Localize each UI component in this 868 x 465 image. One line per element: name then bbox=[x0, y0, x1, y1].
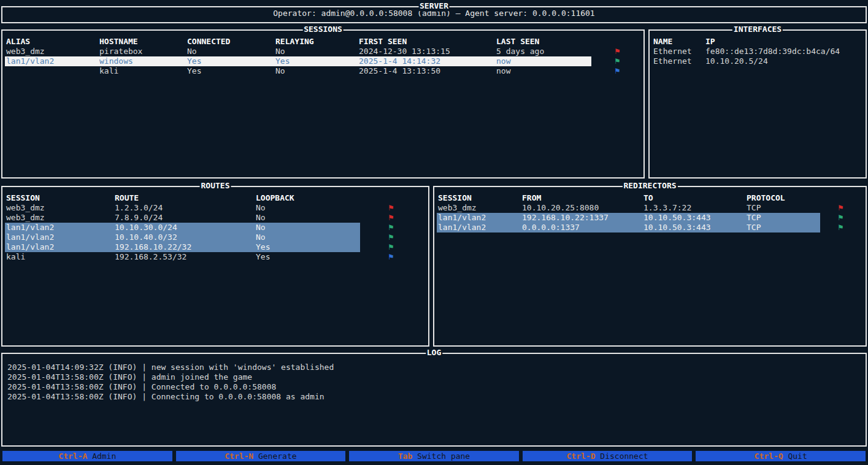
hotkey-quit-button[interactable]: Ctrl-Q Quit bbox=[696, 451, 866, 461]
sessions-relaying-cell: No bbox=[274, 47, 358, 56]
routes-column-header: ROUTE bbox=[113, 193, 255, 203]
route-row-cells: web3_dmz1.2.3.0/24No bbox=[5, 203, 360, 213]
routes-session-cell: web3_dmz bbox=[5, 213, 113, 223]
redirectors-column-header: PROTOCOL bbox=[745, 193, 820, 203]
blue-flag-icon: ⚑ bbox=[388, 252, 426, 262]
app-root: SERVER Operator: admin@0.0.0.0:58008 (ad… bbox=[1, 6, 867, 461]
sessions-hostname-cell: kali bbox=[98, 66, 186, 76]
routes-column-header: SESSION bbox=[5, 193, 113, 203]
routes-route-cell: 10.10.40.0/32 bbox=[113, 233, 255, 242]
sessions-last-seen-cell: 5 days ago bbox=[495, 47, 591, 56]
red-flag-icon: ⚑ bbox=[837, 203, 863, 213]
interface-row-cells: Ethernetfe80::de13:7d8d:39dc:b4ca/64 bbox=[652, 47, 840, 56]
session-row-cells: web3_dmzpirateboxNoNo2024-12-30 13:13:15… bbox=[5, 47, 591, 56]
sessions-first-seen-cell: 2024-12-30 13:13:15 bbox=[358, 47, 495, 56]
redirectors-session-cell: lan1/vlan2 bbox=[437, 213, 521, 223]
route-row[interactable]: lan1/vlan2192.168.10.22/32Yes⚑ bbox=[5, 242, 426, 252]
sessions-connected-cell: Yes bbox=[186, 56, 274, 66]
hotkey-key: Ctrl-N bbox=[225, 452, 253, 461]
interface-row[interactable]: Ethernetfe80::de13:7d8d:39dc:b4ca/64 bbox=[652, 47, 863, 56]
hotkey-disconnect-button[interactable]: Ctrl-D Disconnect bbox=[523, 451, 693, 461]
interfaces-panel-title: INTERFACES bbox=[732, 25, 783, 34]
redirectors-protocol-cell: TCP bbox=[745, 223, 820, 233]
redirectors-from-cell: 0.0.0.0:1337 bbox=[521, 223, 642, 233]
redirector-row[interactable]: lan1/vlan20.0.0.0:133710.10.50.3:443TCP⚑ bbox=[437, 223, 863, 233]
routes-header-row: SESSIONROUTELOOPBACK bbox=[5, 193, 426, 203]
interfaces-ip-cell: fe80::de13:7d8d:39dc:b4ca/64 bbox=[704, 47, 840, 56]
sessions-column-header: CONNECTED bbox=[186, 37, 274, 47]
session-row[interactable]: kaliYesNo2025-1-4 13:13:50now⚑ bbox=[5, 66, 641, 76]
sessions-table: ALIASHOSTNAMECONNECTEDRELAYINGFIRST SEEN… bbox=[5, 37, 641, 76]
routes-panel: ROUTES SESSIONROUTELOOPBACKweb3_dmz1.2.3… bbox=[1, 186, 429, 347]
interface-row[interactable]: Ethernet10.10.20.5/24 bbox=[652, 56, 863, 66]
redirectors-header-row: SESSIONFROMTOPROTOCOL bbox=[437, 193, 863, 203]
redirector-row[interactable]: web3_dmz10.10.20.25:80801.3.3.7:22TCP⚑ bbox=[437, 203, 863, 213]
sessions-panel: SESSIONS ALIASHOSTNAMECONNECTEDRELAYINGF… bbox=[1, 29, 645, 179]
interfaces-table: NAMEIPEthernetfe80::de13:7d8d:39dc:b4ca/… bbox=[652, 37, 863, 66]
redirectors-from-cell: 10.10.20.25:8080 bbox=[521, 203, 642, 213]
redirectors-to-cell: 1.3.3.7:22 bbox=[642, 203, 745, 213]
redirectors-table: SESSIONFROMTOPROTOCOLweb3_dmz10.10.20.25… bbox=[437, 193, 863, 233]
sessions-hostname-cell: windows bbox=[98, 56, 186, 66]
interfaces-column-header: IP bbox=[704, 37, 715, 47]
sessions-connected-cell: No bbox=[186, 47, 274, 56]
hotkey-label: Quit bbox=[788, 452, 807, 461]
sessions-first-seen-cell: 2025-1-4 14:14:32 bbox=[358, 56, 495, 66]
route-row-cells: kali192.168.2.53/32Yes bbox=[5, 252, 360, 262]
session-row[interactable]: lan1/vlan2windowsYesYes2025-1-4 14:14:32… bbox=[5, 56, 641, 66]
log-panel: LOG 2025-01-04T14:09:32Z (INFO) | new se… bbox=[1, 353, 867, 447]
routes-route-cell: 1.2.3.0/24 bbox=[113, 203, 255, 213]
hotkey-key: Tab bbox=[398, 452, 412, 461]
log-panel-title: LOG bbox=[426, 348, 442, 358]
interfaces-header-cells: NAMEIP bbox=[652, 37, 715, 47]
routes-loopback-cell: No bbox=[255, 203, 360, 213]
sessions-column-header: FIRST SEEN bbox=[358, 37, 495, 47]
routes-session-cell: web3_dmz bbox=[5, 203, 113, 213]
session-row[interactable]: web3_dmzpirateboxNoNo2024-12-30 13:13:15… bbox=[5, 47, 641, 56]
log-lines: 2025-01-04T14:09:32Z (INFO) | new sessio… bbox=[5, 363, 863, 402]
session-row-cells: lan1/vlan2windowsYesYes2025-1-4 14:14:32… bbox=[5, 56, 591, 66]
red-flag-icon: ⚑ bbox=[388, 213, 426, 223]
redirectors-header-cells: SESSIONFROMTOPROTOCOL bbox=[437, 193, 820, 203]
routes-route-cell: 192.168.10.22/32 bbox=[113, 242, 255, 252]
redirectors-column-header: FROM bbox=[521, 193, 642, 203]
interfaces-panel: INTERFACES NAMEIPEthernetfe80::de13:7d8d… bbox=[648, 29, 867, 179]
interfaces-name-cell: Ethernet bbox=[652, 47, 704, 56]
server-panel: SERVER Operator: admin@0.0.0.0:58008 (ad… bbox=[1, 6, 867, 23]
sessions-header-cells: ALIASHOSTNAMECONNECTEDRELAYINGFIRST SEEN… bbox=[5, 37, 591, 47]
redirector-row[interactable]: lan1/vlan2192.168.10.22:133710.10.50.3:4… bbox=[437, 213, 863, 223]
route-row[interactable]: lan1/vlan210.10.30.0/24No⚑ bbox=[5, 223, 426, 233]
routes-loopback-cell: No bbox=[255, 223, 360, 233]
green-flag-icon: ⚑ bbox=[388, 233, 426, 242]
route-row[interactable]: web3_dmz1.2.3.0/24No⚑ bbox=[5, 203, 426, 213]
log-line: 2025-01-04T13:58:00Z (INFO) | Connected … bbox=[5, 382, 863, 392]
routes-session-cell: lan1/vlan2 bbox=[5, 223, 113, 233]
route-row-cells: lan1/vlan210.10.40.0/32No bbox=[5, 233, 360, 242]
hotkey-generate-button[interactable]: Ctrl-N Generate bbox=[176, 451, 346, 461]
red-flag-icon: ⚑ bbox=[388, 203, 426, 213]
sessions-connected-cell: Yes bbox=[186, 66, 274, 76]
hotkey-key: Ctrl-D bbox=[567, 452, 596, 461]
routes-session-cell: lan1/vlan2 bbox=[5, 242, 113, 252]
sessions-column-header: ALIAS bbox=[5, 37, 98, 47]
routes-route-cell: 10.10.30.0/24 bbox=[113, 223, 255, 233]
hotkey-admin-button[interactable]: Ctrl-A Admin bbox=[2, 451, 172, 461]
redirectors-to-cell: 10.10.50.3:443 bbox=[642, 213, 745, 223]
sessions-column-header: LAST SEEN bbox=[495, 37, 591, 47]
interfaces-header-row: NAMEIP bbox=[652, 37, 863, 47]
hotkey-switch-pane-button[interactable]: Tab Switch pane bbox=[349, 451, 519, 461]
route-row-cells: lan1/vlan2192.168.10.22/32Yes bbox=[5, 242, 360, 252]
blue-flag-icon: ⚑ bbox=[614, 66, 641, 76]
route-row[interactable]: kali192.168.2.53/32Yes⚑ bbox=[5, 252, 426, 262]
route-row[interactable]: web3_dmz7.8.9.0/24No⚑ bbox=[5, 213, 426, 223]
route-row[interactable]: lan1/vlan210.10.40.0/32No⚑ bbox=[5, 233, 426, 242]
routes-session-cell: lan1/vlan2 bbox=[5, 233, 113, 242]
routes-header-cells: SESSIONROUTELOOPBACK bbox=[5, 193, 360, 203]
green-flag-icon: ⚑ bbox=[388, 242, 426, 252]
routes-loopback-cell: No bbox=[255, 233, 360, 242]
redirectors-protocol-cell: TCP bbox=[745, 203, 820, 213]
sessions-header-row: ALIASHOSTNAMECONNECTEDRELAYINGFIRST SEEN… bbox=[5, 37, 641, 47]
sessions-last-seen-cell: now bbox=[495, 66, 591, 76]
routes-route-cell: 192.168.2.53/32 bbox=[113, 252, 255, 262]
interfaces-name-cell: Ethernet bbox=[652, 56, 704, 66]
